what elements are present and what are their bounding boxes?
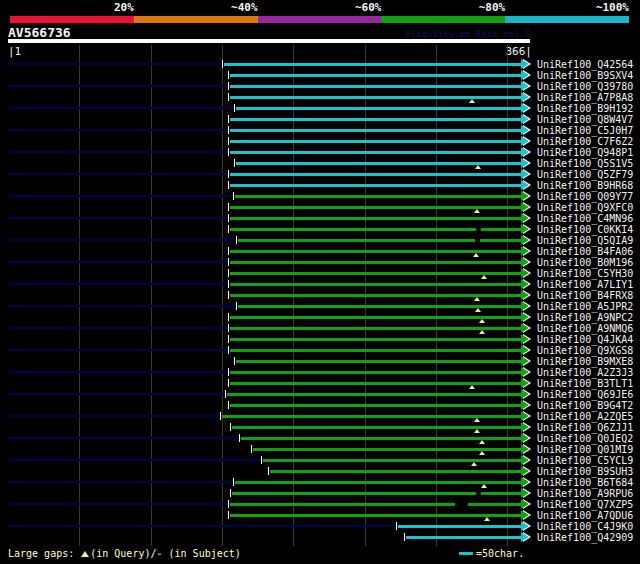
hit-label[interactable]: UniRef100_B9G4T2 [537, 400, 637, 411]
alignment-bar[interactable] [230, 217, 522, 220]
alignment-row: UniRef100_A7QDU6 [0, 510, 640, 521]
alignment-bar[interactable] [230, 514, 522, 517]
identity-label: ~100% [596, 1, 629, 14]
hit-label[interactable]: UniRef100_Q5ZF79 [537, 169, 637, 180]
alignment-bar[interactable] [230, 338, 522, 341]
alignment-arrowhead-icon [521, 290, 529, 300]
hit-label[interactable]: UniRef100_Q7XZP5 [537, 499, 637, 510]
alignment-row: UniRef100_Q7XZP5 [0, 499, 640, 510]
alignment-bar[interactable] [230, 140, 522, 143]
hit-label[interactable]: UniRef100_A7P8A8 [537, 92, 637, 103]
hit-label[interactable]: UniRef100_B9H192 [537, 103, 637, 114]
hit-label[interactable]: UniRef100_C0KKI4 [537, 224, 637, 235]
identity-segment [134, 16, 258, 23]
hit-label[interactable]: UniRef100_A2Z3J3 [537, 367, 637, 378]
hit-label[interactable]: UniRef100_Q8W4V7 [537, 114, 637, 125]
hit-label[interactable]: UniRef100_B9HR68 [537, 180, 637, 191]
alignment-bar[interactable] [263, 459, 522, 462]
hit-label[interactable]: UniRef100_A9NMQ6 [537, 323, 637, 334]
alignment-row: UniRef100_Q9XGS8 [0, 345, 640, 356]
alignment-row: UniRef100_Q42909 [0, 532, 640, 543]
hit-label[interactable]: UniRef100_A9RPU6 [537, 488, 637, 499]
hit-label[interactable]: UniRef100_Q4JKA4 [537, 334, 637, 345]
hit-label[interactable]: UniRef100_Q69JE6 [537, 389, 637, 400]
alignment-bar[interactable] [406, 536, 522, 539]
hit-label[interactable]: UniRef100_C5YCL9 [537, 455, 637, 466]
hit-label[interactable]: UniRef100_C5YH30 [537, 268, 637, 279]
hit-label[interactable]: UniRef100_A7QDU6 [537, 510, 637, 521]
alignment-bar[interactable] [230, 283, 522, 286]
hit-label[interactable]: UniRef100_C4J9K0 [537, 521, 637, 532]
hit-label[interactable]: UniRef100_Q39780 [537, 81, 637, 92]
alignment-row: UniRef100_B9SUH3 [0, 466, 640, 477]
alignment-bar[interactable] [224, 63, 522, 66]
hit-label[interactable]: UniRef100_A2ZQE5 [537, 411, 637, 422]
alignment-bar[interactable] [230, 85, 522, 88]
alignment-bar[interactable] [398, 525, 522, 528]
alignment-bar[interactable] [230, 118, 522, 121]
hit-label[interactable]: UniRef100_Q0JEQ2 [537, 433, 637, 444]
hit-label[interactable]: UniRef100_B3TLT1 [537, 378, 637, 389]
hit-label[interactable]: UniRef100_B6T684 [537, 477, 637, 488]
alignment-arrowhead-icon [521, 334, 529, 344]
alignment-bar[interactable] [230, 382, 522, 385]
alignment-bar[interactable] [230, 74, 522, 77]
hit-label[interactable]: UniRef100_A7LIY1 [537, 279, 637, 290]
alignment-bar[interactable] [230, 503, 522, 506]
hit-label[interactable]: UniRef100_A5JPR2 [537, 301, 637, 312]
alignment-start-tick [228, 379, 229, 387]
hit-label[interactable]: UniRef100_B9SXV4 [537, 70, 637, 81]
alignment-start-tick [234, 357, 235, 365]
alignment-arrowhead-icon [521, 235, 529, 245]
alignment-row: UniRef100_C7F6Z2 [0, 136, 640, 147]
hit-label[interactable]: UniRef100_C7F6Z2 [537, 136, 637, 147]
alignment-arrowhead-icon [521, 268, 529, 278]
hit-label[interactable]: UniRef100_B9SUH3 [537, 466, 637, 477]
hit-label[interactable]: UniRef100_C5J0H7 [537, 125, 637, 136]
hit-label[interactable]: UniRef100_Q42564 [537, 59, 637, 70]
alignment-bar[interactable] [270, 470, 522, 473]
hit-label[interactable]: UniRef100_Q9XGS8 [537, 345, 637, 356]
alignment-bar[interactable] [230, 371, 522, 374]
alignment-arrowhead-icon [521, 103, 529, 113]
alignment-bar[interactable] [230, 96, 522, 99]
identity-segment [258, 16, 382, 23]
hit-label[interactable]: UniRef100_Q9XFC0 [537, 202, 637, 213]
hit-label[interactable]: UniRef100_Q5S1V5 [537, 158, 637, 169]
alignment-bar[interactable] [230, 151, 522, 154]
hit-label[interactable]: UniRef100_C4MN96 [537, 213, 637, 224]
alignment-bar[interactable] [235, 481, 522, 484]
alignment-bar[interactable] [230, 349, 522, 352]
alignment-bar[interactable] [236, 360, 522, 363]
alignment-bar[interactable] [230, 404, 522, 407]
alignment-arrowhead-icon [521, 59, 529, 69]
alignment-bar[interactable] [227, 393, 522, 396]
hit-label[interactable]: UniRef100_Q01MI9 [537, 444, 637, 455]
hit-label[interactable]: UniRef100_Q6ZJJ1 [537, 422, 637, 433]
alignment-bar[interactable] [230, 272, 522, 275]
hit-label[interactable]: UniRef100_B4FRX8 [537, 290, 637, 301]
alignment-arrowhead-icon [521, 433, 529, 443]
hit-label[interactable]: UniRef100_Q42909 [537, 532, 637, 543]
hit-label[interactable]: UniRef100_Q09Y77 [537, 191, 637, 202]
alignment-arrowhead-icon [521, 301, 529, 311]
alignview-credit: AlignView.pm Beta rel.7 [405, 29, 530, 39]
alignment-bar[interactable] [235, 195, 522, 198]
alignment-arrowhead-icon [521, 400, 529, 410]
alignment-bar[interactable] [230, 261, 522, 264]
hit-label[interactable]: UniRef100_Q5QIA9 [537, 235, 637, 246]
hit-label[interactable]: UniRef100_B0M196 [537, 257, 637, 268]
alignment-bar[interactable] [230, 184, 522, 187]
alignment-bar[interactable] [236, 107, 522, 110]
hit-label[interactable]: UniRef100_Q948P1 [537, 147, 637, 158]
alignment-start-tick [225, 390, 226, 398]
hit-label[interactable]: UniRef100_B9MXE8 [537, 356, 637, 367]
alignment-bar[interactable] [230, 173, 522, 176]
hit-label[interactable]: UniRef100_B4FA06 [537, 246, 637, 257]
scale-legend-text: =50char. [476, 548, 524, 559]
alignment-row: UniRef100_C5YH30 [0, 268, 640, 279]
alignment-row: UniRef100_A7LIY1 [0, 279, 640, 290]
alignment-row: UniRef100_Q01MI9 [0, 444, 640, 455]
hit-label[interactable]: UniRef100_A9NPC2 [537, 312, 637, 323]
alignment-bar[interactable] [230, 129, 522, 132]
